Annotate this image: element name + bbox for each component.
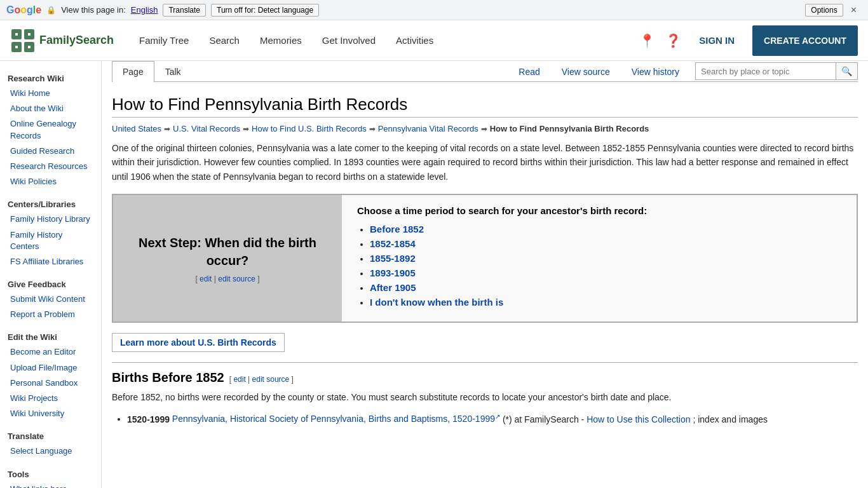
sidebar-link[interactable]: Research Resources (0, 159, 101, 174)
sidebar-link[interactable]: Family History Library (0, 212, 101, 227)
section-divider (112, 362, 858, 363)
tab-page[interactable]: Page (112, 61, 154, 82)
list-item-year: 1520-1999 (127, 414, 170, 424)
time-period-link[interactable]: 1855-1892 (370, 253, 416, 264)
list-item-suffix: (*) at FamilySearch - (503, 414, 587, 424)
tab-talk[interactable]: Talk (154, 61, 192, 82)
time-period-item: Before 1852 (370, 224, 841, 234)
time-period-link[interactable]: 1852-1854 (370, 238, 416, 249)
nav-links: Family Tree Search Memories Get Involved… (129, 30, 639, 51)
breadcrumb-link[interactable]: United States (112, 124, 161, 133)
section-edit-source-link[interactable]: edit source (252, 375, 290, 384)
time-period-item: 1852-1854 (370, 238, 841, 249)
births-before-1852-text: Before 1852, no births were recorded by … (112, 390, 858, 404)
time-period-link[interactable]: Before 1852 (370, 224, 424, 234)
wiki-search-input[interactable] (696, 63, 836, 79)
info-box: Next Step: When did the birth occur? [ e… (112, 194, 858, 323)
sign-in-button[interactable]: SIGN IN (691, 30, 742, 51)
sidebar: Research WikiWiki HomeAbout the WikiOnli… (0, 61, 102, 488)
main-navigation: FamilySearch Family Tree Search Memories… (0, 20, 868, 61)
info-box-edit: [ edit | edit source ] (128, 274, 327, 283)
infobox-edit-link[interactable]: edit (200, 274, 212, 283)
nav-search[interactable]: Search (199, 30, 250, 51)
turn-off-button[interactable]: Turn off for: Detect language (211, 4, 319, 17)
wiki-search-button[interactable]: 🔍 (836, 63, 857, 79)
options-area: Options × (805, 3, 862, 17)
nav-get-involved[interactable]: Get Involved (312, 30, 386, 51)
how-to-link[interactable]: How to Use this Collection (587, 414, 690, 424)
translate-button[interactable]: Translate (163, 4, 206, 17)
section-edit-area: [ edit | edit source ] (229, 375, 294, 384)
tab-bar: Page Talk Read View source View history … (112, 61, 858, 82)
infobox-edit-source-link[interactable]: edit source (218, 274, 255, 283)
sidebar-link[interactable]: Become an Editor (0, 344, 101, 360)
sidebar-link[interactable]: Select Language (0, 444, 101, 459)
lock-icon: 🔒 (46, 6, 56, 15)
logo-text: FamilySearch (39, 34, 114, 47)
google-logo: Google (6, 4, 41, 16)
nav-activities[interactable]: Activities (386, 30, 444, 51)
sidebar-section-title: Research Wiki (0, 69, 101, 86)
nav-right: 📍 ❓ SIGN IN CREATE ACCOUNT (639, 25, 858, 56)
view-page-in-label: View this page in: (61, 5, 126, 15)
sidebar-link[interactable]: About the Wiki (0, 101, 101, 116)
time-period-item: I don't know when the birth is (370, 297, 841, 308)
sidebar-link[interactable]: Upload File/Image (0, 360, 101, 376)
sidebar-link[interactable]: Guided Research (0, 144, 101, 159)
section-edit-link[interactable]: edit (233, 375, 245, 384)
sidebar-section-title: Edit the Wiki (0, 327, 101, 344)
info-box-left: Next Step: When did the birth occur? [ e… (113, 195, 342, 322)
sidebar-link[interactable]: Wiki Home (0, 86, 101, 101)
sidebar-section-title: Centers/Libraries (0, 194, 101, 212)
intro-text: One of the original thirteen colonies, P… (112, 141, 858, 184)
sidebar-link[interactable]: Submit Wiki Content (0, 292, 101, 307)
learn-more-link[interactable]: Learn more about U.S. Birth Records (112, 333, 285, 352)
tab-read[interactable]: Read (508, 61, 550, 82)
familysearch-logo-icon (10, 28, 36, 53)
sidebar-link[interactable]: Family History Centers (0, 227, 101, 254)
breadcrumb-current: How to Find Pennsylvania Birth Records (490, 124, 649, 133)
sidebar-link[interactable]: Wiki University (0, 406, 101, 421)
sidebar-link[interactable]: Wiki Projects (0, 391, 101, 406)
breadcrumb-arrow: ➡ (369, 125, 376, 133)
tab-view-source[interactable]: View source (551, 61, 621, 82)
breadcrumb-link[interactable]: U.S. Vital Records (173, 124, 240, 133)
location-icon[interactable]: 📍 (639, 33, 655, 48)
create-account-button[interactable]: CREATE ACCOUNT (752, 25, 858, 56)
options-button[interactable]: Options (805, 4, 843, 17)
sidebar-link[interactable]: Report a Problem (0, 307, 101, 322)
translate-bar: Google 🔒 View this page in: English Tran… (0, 0, 868, 20)
time-period-list: Before 18521852-18541855-18921893-1905Af… (357, 224, 841, 308)
time-period-item: 1893-1905 (370, 268, 841, 278)
time-period-item: 1855-1892 (370, 253, 841, 264)
sidebar-section-title: Tools (0, 464, 101, 482)
sidebar-link[interactable]: Online Genealogy Records (0, 116, 101, 143)
nav-memories[interactable]: Memories (250, 30, 312, 51)
time-period-link[interactable]: After 1905 (370, 282, 416, 293)
language-link[interactable]: English (131, 5, 158, 15)
sidebar-link[interactable]: FS Affiliate Libraries (0, 254, 101, 269)
content-area: Page Talk Read View source View history … (102, 61, 868, 488)
sidebar-link[interactable]: Personal Sandbox (0, 376, 101, 391)
close-translate-button[interactable]: × (846, 3, 862, 17)
breadcrumb-link[interactable]: Pennsylvania Vital Records (378, 124, 478, 133)
page-layout: Research WikiWiki HomeAbout the WikiOnli… (0, 61, 868, 488)
collection-link[interactable]: Pennsylvania, Historical Society of Penn… (172, 414, 500, 424)
births-before-1852-heading: Births Before 1852 [ edit | edit source … (112, 370, 858, 385)
time-period-item: After 1905 (370, 282, 841, 293)
breadcrumb-link[interactable]: How to Find U.S. Birth Records (252, 124, 367, 133)
sidebar-link[interactable]: Wiki Policies (0, 174, 101, 189)
breadcrumb-arrow: ➡ (164, 125, 170, 133)
nav-family-tree[interactable]: Family Tree (129, 30, 199, 51)
page-title: How to Find Pennsylvania Birth Records (112, 90, 858, 118)
time-period-link[interactable]: 1893-1905 (370, 268, 416, 278)
breadcrumb: United States➡U.S. Vital Records➡How to … (112, 124, 858, 133)
help-icon[interactable]: ❓ (665, 33, 681, 48)
sidebar-link[interactable]: What links here (0, 482, 101, 488)
svg-rect-5 (28, 33, 31, 36)
time-period-link[interactable]: I don't know when the birth is (370, 297, 503, 308)
list-item: 1520-1999 Pennsylvania, Historical Socie… (127, 411, 858, 427)
logo-area[interactable]: FamilySearch (10, 28, 114, 53)
tab-view-history[interactable]: View history (621, 61, 690, 82)
sidebar-section-title: Give Feedback (0, 274, 101, 292)
